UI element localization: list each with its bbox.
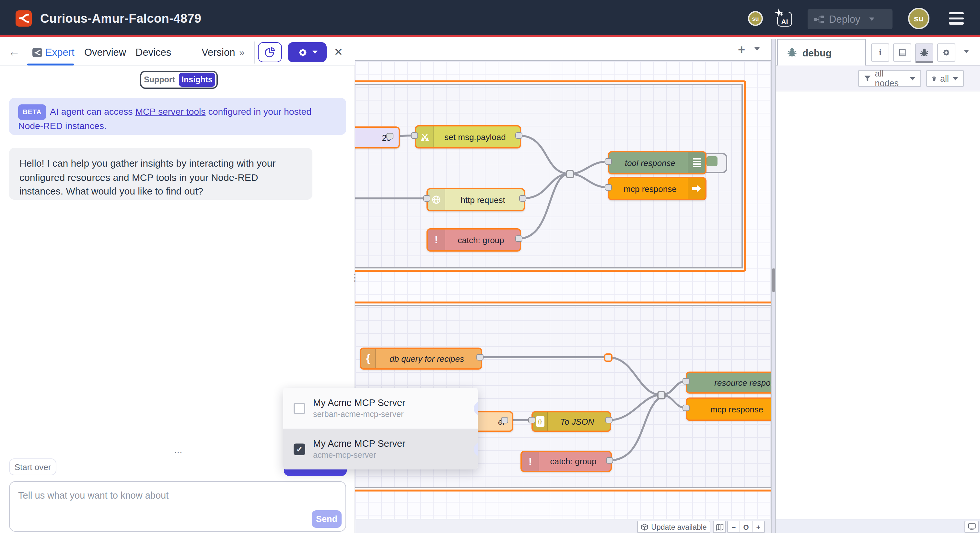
- add-flow-button[interactable]: +: [733, 41, 750, 58]
- port[interactable]: [605, 184, 612, 191]
- brace-icon: {: [361, 349, 376, 368]
- insights-chart-button[interactable]: [258, 42, 282, 62]
- user-avatar[interactable]: su: [908, 8, 929, 29]
- port[interactable]: [386, 133, 393, 139]
- node-to-json[interactable]: {} To JSON: [531, 411, 611, 432]
- wire-junction[interactable]: [604, 353, 612, 362]
- toggle-support[interactable]: Support: [141, 75, 178, 84]
- flowfuse-logo-icon[interactable]: [16, 10, 32, 27]
- update-available-button[interactable]: Update available: [637, 521, 710, 533]
- server-option[interactable]: ✓ My Acme MCP Server acme-mcp-server 5: [283, 429, 478, 469]
- server-title: My Acme MCP Server: [313, 397, 474, 408]
- mcp-server-tools-link[interactable]: MCP server tools: [135, 106, 205, 117]
- settings-dropdown-button[interactable]: [288, 42, 327, 62]
- port[interactable]: [528, 417, 535, 423]
- chat-input-placeholder: Tell us what you want to know about: [18, 490, 169, 501]
- sidebar-menu-caret-icon[interactable]: [964, 50, 969, 53]
- mode-toggle: Support Insights: [140, 71, 218, 89]
- start-over-button[interactable]: Start over: [9, 458, 56, 475]
- deploy-button[interactable]: Deploy: [808, 9, 892, 29]
- checkbox-checked[interactable]: ✓: [294, 443, 305, 455]
- assistant-greeting: Hello! I can help you gather insights by…: [9, 148, 312, 200]
- tab-debug[interactable]: debug: [777, 39, 866, 65]
- send-button[interactable]: Send: [312, 510, 342, 528]
- assistant-panel: ← Expert Overview Devices Version » ✕ Su…: [0, 39, 355, 533]
- wire-junction[interactable]: [566, 170, 574, 178]
- clear-caret-icon: [953, 77, 958, 80]
- checkbox-unchecked[interactable]: [294, 402, 305, 414]
- panel-tabbar: ← Expert Overview Devices Version » ✕: [0, 39, 355, 65]
- toggle-insights[interactable]: Insights: [179, 73, 215, 87]
- port[interactable]: [423, 195, 430, 202]
- node-catch-bottom[interactable]: ! catch: group: [520, 451, 612, 472]
- tab-expert[interactable]: Expert: [45, 39, 75, 65]
- node-change[interactable]: set msg.payload: [415, 125, 521, 148]
- debug-message-list[interactable]: [776, 91, 980, 519]
- node-debug-tool-response[interactable]: tool response: [608, 151, 706, 174]
- chat-input[interactable]: [9, 481, 346, 532]
- navigator-button[interactable]: [713, 521, 726, 533]
- port[interactable]: [501, 417, 508, 423]
- info-tab-button[interactable]: i: [871, 43, 889, 62]
- debug-filter-button[interactable]: all nodes: [858, 70, 921, 87]
- port[interactable]: [682, 405, 690, 411]
- panel-drag-handle[interactable]: ⋮: [350, 275, 359, 292]
- help-tab-button[interactable]: [893, 43, 911, 62]
- bug-icon: [787, 47, 797, 58]
- bug-icon: [920, 48, 929, 57]
- wire-junction[interactable]: [657, 391, 666, 399]
- flow-tabstrip: +: [355, 39, 771, 61]
- zoom-in-button[interactable]: +: [752, 521, 764, 532]
- node-link-out-mcp-response-2[interactable]: mcp response: [686, 397, 771, 421]
- open-window-button[interactable]: [964, 521, 979, 533]
- menu-icon[interactable]: [949, 12, 964, 27]
- node-catch-top[interactable]: ! catch: group: [426, 228, 521, 252]
- team-avatar[interactable]: su: [748, 11, 763, 26]
- close-panel-button[interactable]: ✕: [334, 39, 343, 65]
- port[interactable]: [411, 132, 418, 139]
- deploy-label: Deploy: [829, 13, 861, 25]
- server-option[interactable]: My Acme MCP Server serban-acme-mcp-serve…: [283, 388, 478, 429]
- port[interactable]: [682, 378, 690, 385]
- node-http-request[interactable]: http request: [426, 188, 525, 211]
- port[interactable]: [605, 158, 612, 165]
- node-debug-resource-response[interactable]: resource response: [686, 372, 771, 394]
- port[interactable]: [606, 457, 613, 464]
- node-link-out-mcp-response[interactable]: mcp response: [608, 177, 706, 200]
- server-subtitle: serban-acme-mcp-server: [313, 410, 474, 419]
- tab-overview[interactable]: Overview: [84, 39, 126, 65]
- list-icon: [688, 152, 705, 173]
- ai-assistant-icon[interactable]: AI: [775, 9, 793, 27]
- globe-icon: [428, 189, 445, 210]
- beta-banner: BETAAI agent can access MCP server tools…: [9, 98, 346, 135]
- port[interactable]: [519, 195, 526, 202]
- map-icon: [715, 523, 724, 531]
- config-tab-button[interactable]: [937, 43, 955, 62]
- canvas-scrollbar-thumb[interactable]: [772, 268, 775, 292]
- change-icon: [416, 126, 434, 147]
- tab-version[interactable]: Version: [202, 39, 235, 65]
- beta-badge: BETA: [18, 104, 46, 120]
- node-db-query[interactable]: { db query for recipes: [360, 348, 482, 370]
- tab-overflow-button[interactable]: »: [239, 39, 245, 65]
- port[interactable]: [605, 417, 612, 423]
- server-title: My Acme MCP Server: [313, 438, 474, 449]
- port[interactable]: [476, 354, 484, 361]
- cube-icon: [641, 523, 648, 531]
- sidebar-tabbar: debug i: [776, 39, 980, 65]
- deploy-caret-icon[interactable]: [870, 18, 875, 21]
- flow-list-caret-icon[interactable]: [754, 47, 760, 51]
- debug-clear-button[interactable]: all: [926, 70, 964, 87]
- filter-caret-icon: [910, 77, 915, 80]
- zoom-reset-button[interactable]: O: [740, 521, 752, 532]
- back-button[interactable]: ←: [8, 39, 20, 65]
- gear-icon: [297, 47, 307, 57]
- zoom-out-button[interactable]: −: [728, 521, 740, 532]
- pie-chart-icon: [264, 46, 276, 58]
- port[interactable]: [515, 132, 522, 139]
- tab-devices[interactable]: Devices: [135, 39, 171, 65]
- port[interactable]: [515, 235, 522, 242]
- composer-resize-handle[interactable]: ⋯: [171, 447, 187, 457]
- debug-tab-button[interactable]: [915, 43, 933, 63]
- exclamation-icon: !: [428, 230, 445, 250]
